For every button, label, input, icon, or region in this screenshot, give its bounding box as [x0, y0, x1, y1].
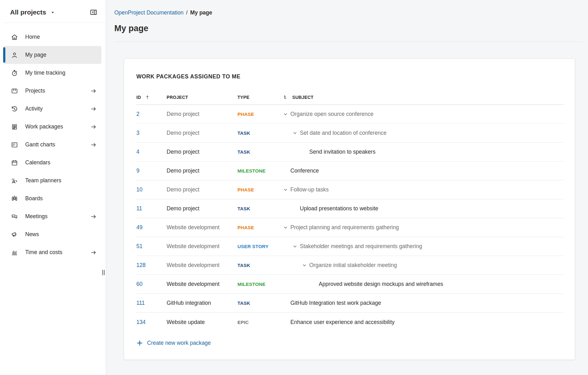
table-row[interactable]: 128Website developmentTASKOrganize initi… — [136, 256, 563, 275]
arrow-right-icon — [90, 141, 97, 148]
wp-subject: Conference — [290, 168, 319, 174]
table-row[interactable]: 49Website developmentPHASEProject planni… — [136, 218, 563, 237]
sidebar: All projects HomeMy pageMy time tracking… — [0, 0, 106, 375]
collapse-sidebar-button[interactable] — [89, 8, 98, 17]
sidebar-item-label: Team planners — [25, 177, 106, 184]
wp-project: Demo project — [167, 205, 237, 212]
wp-type: MILESTONE — [237, 168, 283, 173]
sidebar-item-calendars[interactable]: Calendars — [0, 154, 106, 172]
sidebar-item-label: Work packages — [25, 123, 90, 130]
user-icon — [11, 51, 18, 59]
sidebar-item-my-time-tracking[interactable]: My time tracking — [0, 64, 106, 82]
widget-title: WORK PACKAGES ASSIGNED TO ME — [136, 73, 563, 80]
table-row[interactable]: 60Website developmentMILESTONEApproved w… — [136, 275, 563, 294]
sidebar-item-label: Projects — [25, 88, 90, 94]
collapse-sidebar-icon — [89, 8, 98, 16]
chevron-down-icon[interactable] — [293, 131, 300, 135]
sidebar-item-label: My time tracking — [25, 70, 106, 76]
sidebar-item-projects[interactable]: Projects — [0, 82, 106, 100]
breadcrumb-current: My page — [190, 9, 212, 16]
wp-project: Website development — [167, 224, 237, 231]
wp-id-link[interactable]: 3 — [136, 130, 140, 136]
wp-subject-cell: Conference — [283, 168, 563, 174]
chevron-down-icon[interactable] — [293, 244, 300, 249]
wp-type: MILESTONE — [237, 281, 283, 287]
sidebar-item-team-planners[interactable]: Team planners — [0, 172, 106, 190]
wp-id-link[interactable]: 128 — [136, 262, 146, 268]
wp-type: TASK — [237, 206, 283, 211]
wp-type: PHASE — [237, 187, 283, 192]
wp-subject-cell: GitHub Integration test work package — [283, 300, 563, 306]
sidebar-item-meetings[interactable]: Meetings — [0, 207, 106, 225]
sidebar-item-my-page[interactable]: My page — [3, 46, 101, 64]
wp-id-link[interactable]: 49 — [136, 224, 142, 230]
wp-subject: Enhance user experience and accessibilit… — [290, 319, 395, 326]
projects-icon — [11, 87, 18, 95]
breadcrumb: OpenProject Documentation / My page — [114, 9, 583, 16]
work-packages-widget: WORK PACKAGES ASSIGNED TO ME ID PROJECT … — [124, 59, 575, 360]
sidebar-item-label: My page — [25, 52, 101, 58]
wp-project: Demo project — [167, 186, 237, 193]
wp-project: Website development — [167, 262, 237, 269]
arrow-right-icon — [90, 105, 97, 112]
sidebar-item-home[interactable]: Home — [0, 28, 106, 46]
column-header-project[interactable]: PROJECT — [167, 95, 237, 100]
wp-type: EPIC — [237, 320, 283, 325]
sidebar-item-time-and-costs[interactable]: Time and costs — [0, 243, 106, 261]
table-row[interactable]: 9Demo projectMILESTONEConference — [136, 162, 563, 180]
sidebar-item-label: Time and costs — [25, 249, 90, 256]
table-row[interactable]: 3Demo projectTASKSet date and location o… — [136, 124, 563, 143]
wp-id-link[interactable]: 134 — [136, 319, 146, 325]
chevron-down-icon[interactable] — [283, 225, 290, 230]
arrow-right-icon — [90, 88, 97, 94]
wp-subject-cell: Stakeholder meetings and requirements ga… — [283, 243, 563, 250]
wp-subject-cell: Enhance user experience and accessibilit… — [283, 319, 563, 326]
sidebar-item-work-packages[interactable]: Work packages — [0, 118, 106, 136]
wp-project: Website update — [167, 319, 237, 326]
column-header-subject[interactable]: SUBJECT — [283, 94, 563, 100]
wp-subject-cell: Follow-up tasks — [283, 186, 563, 193]
wp-project: Demo project — [167, 130, 237, 136]
chevron-down-icon[interactable] — [283, 187, 290, 192]
sidebar-item-news[interactable]: News — [0, 225, 106, 243]
sidebar-item-activity[interactable]: Activity — [0, 100, 106, 118]
table-row[interactable]: 111GitHub integrationTASKGitHub Integrat… — [136, 294, 563, 313]
chevron-down-icon[interactable] — [283, 112, 290, 116]
wp-id-link[interactable]: 2 — [136, 111, 140, 117]
table-row[interactable]: 134Website updateEPICEnhance user experi… — [136, 313, 563, 332]
wp-subject: Set date and location of conference — [300, 130, 386, 136]
table-row[interactable]: 2Demo projectPHASEOrganize open source c… — [136, 105, 563, 124]
breadcrumb-parent-link[interactable]: OpenProject Documentation — [114, 9, 184, 16]
title-divider — [114, 42, 583, 42]
table-row[interactable]: 10Demo projectPHASEFollow-up tasks — [136, 180, 563, 199]
wp-subject: Stakeholder meetings and requirements ga… — [300, 243, 422, 250]
table-row[interactable]: 51Website developmentUSER STORYStakehold… — [136, 237, 563, 256]
sidebar-item-gantt-charts[interactable]: Gantt charts — [0, 136, 106, 154]
breadcrumb-separator: / — [186, 9, 188, 16]
sidebar-item-label: Gantt charts — [25, 141, 90, 148]
wp-id-link[interactable]: 60 — [136, 281, 142, 287]
sidebar-resize-handle[interactable] — [102, 269, 105, 276]
sidebar-item-boards[interactable]: Boards — [0, 190, 106, 207]
wp-subject-cell: Upload presentations to website — [283, 205, 563, 212]
create-new-work-package-link[interactable]: Create new work package — [136, 340, 211, 346]
wp-id-link[interactable]: 11 — [136, 205, 142, 212]
wp-id-link[interactable]: 51 — [136, 243, 142, 249]
wp-id-link[interactable]: 111 — [136, 300, 145, 306]
table-row[interactable]: 4Demo projectTASKSend invitation to spea… — [136, 143, 563, 162]
wp-subject-cell: Approved website design mockups and wire… — [283, 281, 563, 287]
wp-type: TASK — [237, 300, 283, 306]
wp-id-link[interactable]: 10 — [136, 186, 142, 193]
project-selector[interactable]: All projects — [10, 9, 55, 16]
home-icon — [11, 33, 18, 41]
news-icon — [11, 231, 18, 238]
wp-id-link[interactable]: 4 — [136, 149, 140, 155]
table-row[interactable]: 11Demo projectTASKUpload presentations t… — [136, 199, 563, 218]
chevron-down-icon[interactable] — [302, 263, 309, 268]
wp-id-link[interactable]: 9 — [136, 168, 140, 174]
wp-subject: Approved website design mockups and wire… — [319, 281, 443, 287]
column-header-id[interactable]: ID — [136, 95, 167, 100]
arrow-right-icon — [90, 249, 97, 256]
wp-subject-cell: Organize initial stakeholder meeting — [283, 262, 563, 269]
column-header-type[interactable]: TYPE — [237, 95, 283, 100]
